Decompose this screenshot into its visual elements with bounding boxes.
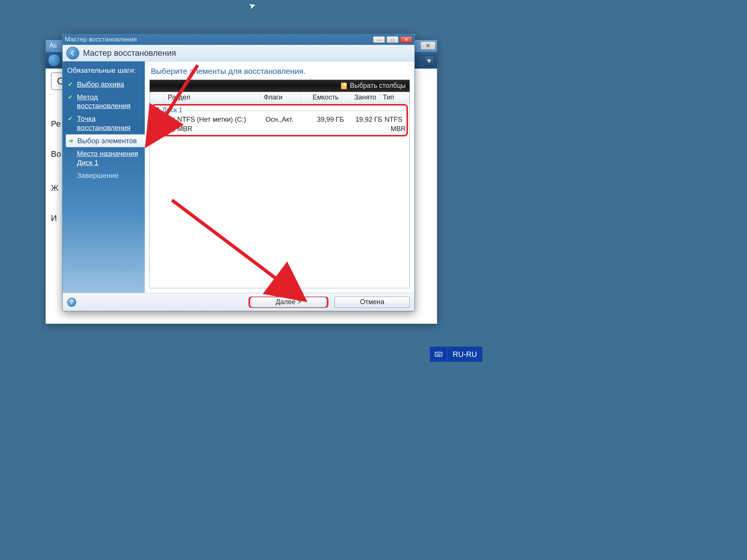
col-checkbox[interactable]: [150, 92, 165, 103]
arrow-left-icon: [69, 49, 77, 57]
step-select-archive[interactable]: ✔ Выбор архива: [67, 78, 145, 91]
bg-stub: И: [51, 213, 57, 223]
cell-capacity: 39,99 ГБ: [306, 116, 347, 124]
disk-icon: [168, 127, 175, 132]
select-columns-link[interactable]: Выбрать столбцы: [350, 82, 406, 90]
step-finish: Завершение: [67, 169, 145, 182]
wizard-main: Выберите элементы для восстановления. Вы…: [145, 61, 414, 293]
minimize-button[interactable]: —: [373, 36, 385, 43]
step-recovery-point[interactable]: ✔ Точка восстановления: [67, 112, 145, 134]
bg-stub: Ре: [51, 119, 61, 129]
bg-stub: Ж: [51, 183, 58, 193]
cell-name: MBR: [177, 125, 265, 133]
optional-steps-label: Дополнительные шаги:: [68, 262, 141, 270]
cell-flags: Осн.,Акт.: [265, 116, 306, 124]
cell-used: 19,92 ГБ: [347, 116, 385, 124]
bg-close-button[interactable]: ✕: [420, 41, 436, 50]
table-row[interactable]: NTFS (Нет метки) (C:) Осн.,Акт. 39,99 ГБ…: [151, 115, 408, 124]
table-row[interactable]: MBR MBR: [151, 124, 408, 134]
help-button[interactable]: ?: [67, 298, 76, 307]
check-icon: ✔: [68, 81, 75, 88]
sidebar-section-title: Обязательные шаги:: [67, 66, 145, 75]
keyboard-icon[interactable]: [429, 347, 447, 362]
arrow-right-icon: ➔: [68, 137, 75, 145]
wizard-window: Мастер восстановления — ▢ ✕ Мастер восст…: [62, 34, 415, 311]
bg-back-button[interactable]: [48, 54, 61, 67]
wizard-header: Мастер восстановления: [63, 45, 414, 61]
next-button[interactable]: Далее >: [248, 297, 328, 308]
items-table: Выбрать столбцы Раздел Флаги Емкость Зан…: [149, 80, 410, 288]
table-body: Диск 1 NTFS (Нет метки) (C:) Осн.,Акт. 3…: [150, 103, 410, 288]
row-checkbox[interactable]: [160, 126, 165, 132]
wizard-titlebar-text: Мастер восстановления: [65, 36, 137, 43]
step-select-items[interactable]: ➔ Выбор элементов: [66, 134, 145, 148]
svg-rect-5: [439, 353, 439, 354]
table-header-row: Раздел Флаги Емкость Занято Тип: [150, 92, 410, 103]
step-recovery-method[interactable]: ✔ Метод восстановления: [67, 91, 145, 113]
svg-rect-2: [435, 352, 442, 357]
col-capacity[interactable]: Емкость: [301, 92, 342, 103]
cancel-button[interactable]: Отмена: [334, 297, 410, 308]
wizard-sidebar: Обязательные шаги: ✔ Выбор архива ✔ Мето…: [63, 61, 145, 293]
cell-type: NTFS: [385, 116, 408, 124]
disk-icon: [168, 117, 175, 122]
row-checkbox[interactable]: [160, 117, 165, 122]
check-icon: ✔: [68, 115, 75, 122]
cell-type: MBR: [385, 125, 408, 133]
main-title: Выберите элементы для восстановления.: [145, 61, 414, 80]
col-flags[interactable]: Флаги: [261, 92, 301, 103]
table-toolbar: Выбрать столбцы: [150, 80, 410, 92]
close-button[interactable]: ✕: [400, 36, 412, 43]
back-button[interactable]: [66, 47, 79, 60]
taskbar: RU-RU: [429, 347, 482, 362]
language-indicator[interactable]: RU-RU: [447, 347, 482, 362]
check-icon: ✔: [68, 93, 75, 101]
svg-rect-7: [437, 355, 440, 355]
col-used[interactable]: Занято: [342, 92, 380, 103]
bg-dropdown-button[interactable]: ▾: [424, 56, 434, 66]
wizard-footer: ? Далее > Отмена: [63, 293, 414, 311]
step-destination[interactable]: Место назначения Диск 1: [67, 147, 145, 169]
wizard-titlebar[interactable]: Мастер восстановления — ▢ ✕: [63, 34, 414, 45]
group-label: Диск 1: [162, 106, 183, 114]
col-partition[interactable]: Раздел: [165, 92, 261, 103]
maximize-button[interactable]: ▢: [387, 36, 399, 43]
svg-rect-6: [440, 353, 441, 354]
columns-icon: [341, 83, 347, 89]
col-type[interactable]: Тип: [380, 92, 410, 103]
svg-rect-4: [437, 353, 438, 354]
bg-stub: Во: [51, 149, 61, 159]
wizard-header-title: Мастер восстановления: [83, 48, 176, 58]
group-checkbox[interactable]: [153, 107, 159, 113]
cursor-icon: ➤: [247, 0, 257, 11]
cell-name: NTFS (Нет метки) (C:): [177, 116, 265, 124]
group-disk1[interactable]: Диск 1: [151, 106, 408, 115]
svg-rect-3: [436, 353, 437, 354]
